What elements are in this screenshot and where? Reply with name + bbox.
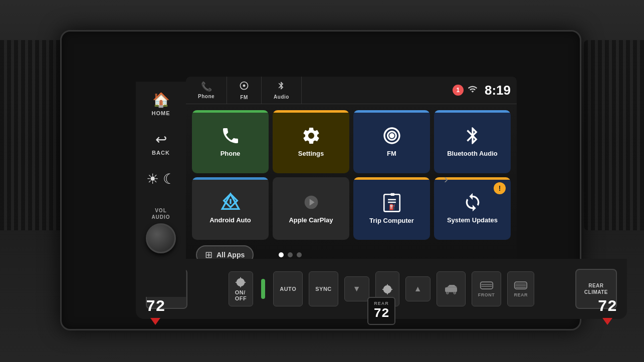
page-dot-3[interactable] (297, 252, 302, 257)
back-icon: ↩ (155, 131, 167, 148)
temp-left-value: 72 (146, 297, 165, 316)
fm-tab-label: FM (240, 95, 248, 100)
notification-badge: 1 (453, 85, 464, 96)
svg-rect-12 (445, 287, 457, 292)
vent-right (584, 40, 644, 230)
fm-tab-icon (239, 81, 249, 93)
settings-app-label: Settings (298, 150, 324, 158)
app-bluetooth[interactable]: Bluetooth Audio (434, 110, 511, 173)
app-fm[interactable]: FM (353, 110, 430, 173)
svg-marker-13 (447, 285, 457, 287)
status-right: 1 8:19 (453, 83, 517, 98)
temp-left-display: 72 (146, 297, 165, 325)
app-row-1: Phone Settings FM (192, 110, 511, 173)
next-arrow-button[interactable]: › (439, 164, 454, 194)
app-settings[interactable]: Settings (273, 110, 349, 173)
home-icon: 🏠 (152, 92, 170, 108)
svg-text:⛽: ⛽ (388, 204, 395, 211)
tab-audio[interactable]: Audio (262, 77, 302, 104)
svg-rect-10 (390, 193, 394, 196)
auto-label: AUTO (280, 286, 296, 292)
all-apps-label: All Apps (217, 251, 245, 259)
android-auto-icon (221, 192, 241, 212)
sync-label: SYNC (315, 286, 332, 292)
fan-speed-icon (382, 283, 393, 294)
home-label: HOME (152, 110, 170, 116)
clock-display: 8:19 (485, 83, 511, 98)
brightness-icon: ☀ ☾ (146, 171, 175, 187)
bluetooth-app-label: Bluetooth Audio (447, 150, 498, 158)
car-airflow-icon (443, 283, 459, 294)
status-bar: 📞 Phone FM Audio (186, 77, 517, 104)
rear-defrost-icon (514, 280, 528, 290)
fm-icon (382, 126, 402, 146)
pagination-dots (279, 252, 302, 257)
back-label: BACK (152, 150, 170, 156)
page-dot-1[interactable] (279, 252, 284, 257)
infotainment-unit: 🏠 HOME ↩ BACK ☀ ☾ VOLAUDIO 📞 Phone (60, 30, 581, 330)
system-updates-label: System Updates (447, 216, 498, 224)
tab-phone[interactable]: 📞 Phone (186, 77, 227, 104)
svg-rect-16 (480, 282, 493, 289)
wifi-icon (468, 84, 478, 96)
phone-icon (221, 126, 241, 146)
rear-temp-label: REAR (374, 301, 389, 306)
android-auto-label: Android Auto (209, 216, 251, 224)
temp-right-indicator (602, 318, 612, 325)
home-button[interactable]: 🏠 HOME (152, 92, 170, 116)
brightness-button[interactable]: ☀ ☾ (146, 171, 175, 187)
auto-indicator (261, 279, 265, 299)
fan-icon (235, 276, 246, 287)
app-grid: Phone Settings FM (186, 104, 517, 272)
rear-climate-label: REARCLIMATE (584, 282, 608, 295)
trip-icon: ⛽ (381, 192, 402, 213)
svg-point-15 (454, 292, 456, 294)
back-button[interactable]: ↩ BACK (152, 131, 170, 156)
rear-temp-value: 72 (373, 306, 389, 321)
temp-right-value: 72 (598, 297, 617, 316)
bluetooth-tab-icon (277, 81, 286, 93)
bluetooth-icon (463, 126, 483, 146)
app-android-auto[interactable]: Android Auto (192, 177, 269, 240)
app-row-2: Android Auto Apple CarPlay (192, 177, 511, 240)
front-defrost-icon (480, 280, 494, 290)
app-trip-computer[interactable]: ⛽ Trip Computer (353, 177, 430, 240)
updates-icon (463, 192, 483, 212)
page-dot-2[interactable] (288, 252, 293, 257)
fm-app-label: FM (387, 150, 396, 158)
phone-tab-label: Phone (198, 94, 214, 99)
vol-label: VOLAUDIO (151, 207, 170, 220)
volume-control: VOLAUDIO (146, 207, 176, 253)
tab-fm[interactable]: FM (227, 77, 262, 104)
app-phone[interactable]: Phone (192, 110, 269, 173)
left-controls: 🏠 HOME ↩ BACK ☀ ☾ VOLAUDIO (136, 82, 186, 297)
carplay-label: Apple CarPlay (289, 216, 333, 224)
rear-temp-display: REAR 72 (367, 297, 395, 325)
settings-icon (301, 126, 321, 146)
temp-left-indicator (150, 318, 160, 325)
svg-point-14 (446, 292, 449, 294)
audio-tab-label: Audio (274, 94, 289, 100)
phone-tab-icon: 📞 (201, 81, 212, 92)
volume-knob[interactable] (146, 223, 176, 253)
temperature-displays: 72 REAR 72 72 (136, 297, 627, 325)
update-warning-badge: ! (494, 182, 506, 194)
svg-point-1 (389, 133, 394, 138)
carplay-icon (301, 192, 321, 212)
app-carplay[interactable]: Apple CarPlay (273, 177, 349, 240)
phone-app-label: Phone (221, 150, 241, 158)
trip-computer-label: Trip Computer (369, 217, 414, 225)
main-screen: 📞 Phone FM Audio (186, 77, 517, 272)
svg-point-0 (243, 84, 246, 87)
temp-right-display: 72 (598, 297, 617, 325)
